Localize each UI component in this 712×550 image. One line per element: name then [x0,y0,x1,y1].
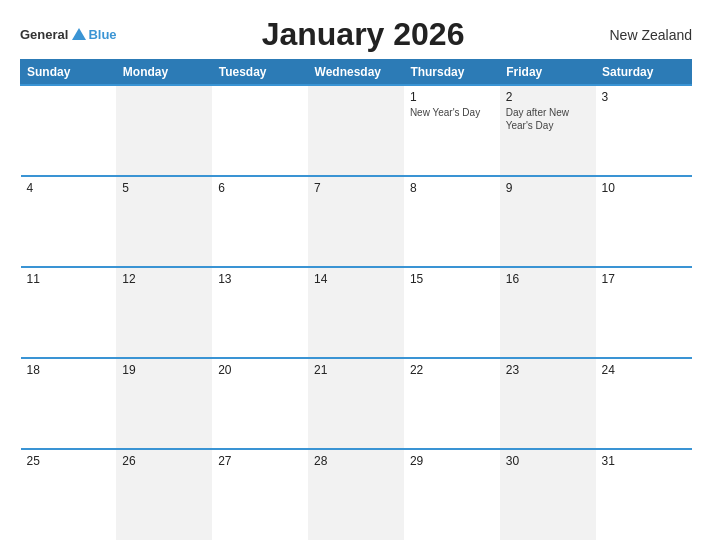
day-number: 1 [410,90,494,104]
calendar-cell: 18 [21,358,117,449]
day-number: 28 [314,454,398,468]
day-number: 21 [314,363,398,377]
day-number: 3 [602,90,686,104]
calendar-cell: 27 [212,449,308,540]
calendar-cell: 26 [116,449,212,540]
header-wednesday: Wednesday [308,60,404,86]
calendar-cell [308,85,404,176]
day-number: 13 [218,272,302,286]
calendar-cell [212,85,308,176]
calendar-cell: 5 [116,176,212,267]
calendar-cell: 24 [596,358,692,449]
calendar-cell: 14 [308,267,404,358]
calendar-cell: 1New Year's Day [404,85,500,176]
logo: General Blue [20,26,117,44]
calendar-cell: 3 [596,85,692,176]
header-sunday: Sunday [21,60,117,86]
day-number: 14 [314,272,398,286]
week-row-1: 1New Year's Day2Day after New Year's Day… [21,85,692,176]
calendar-cell: 28 [308,449,404,540]
header-thursday: Thursday [404,60,500,86]
calendar-cell [21,85,117,176]
calendar-cell: 8 [404,176,500,267]
day-number: 17 [602,272,686,286]
day-number: 6 [218,181,302,195]
day-number: 31 [602,454,686,468]
calendar-cell: 12 [116,267,212,358]
week-row-3: 11121314151617 [21,267,692,358]
svg-marker-0 [72,28,86,40]
day-number: 23 [506,363,590,377]
calendar-cell: 17 [596,267,692,358]
holiday-label: Day after New Year's Day [506,106,590,132]
day-number: 25 [27,454,111,468]
calendar-title: January 2026 [117,16,610,53]
day-number: 7 [314,181,398,195]
day-number: 5 [122,181,206,195]
calendar-cell: 10 [596,176,692,267]
calendar-cell: 2Day after New Year's Day [500,85,596,176]
logo-icon [70,26,88,44]
week-row-2: 45678910 [21,176,692,267]
logo-general-text: General [20,27,68,42]
calendar-cell: 21 [308,358,404,449]
calendar-cell: 31 [596,449,692,540]
day-number: 4 [27,181,111,195]
calendar-cell: 4 [21,176,117,267]
header-friday: Friday [500,60,596,86]
calendar-cell: 16 [500,267,596,358]
calendar-cell: 13 [212,267,308,358]
header-saturday: Saturday [596,60,692,86]
country-label: New Zealand [610,27,693,43]
calendar-cell: 23 [500,358,596,449]
calendar-cell: 15 [404,267,500,358]
day-number: 15 [410,272,494,286]
calendar-cell: 6 [212,176,308,267]
logo-blue-text: Blue [88,27,116,42]
day-number: 12 [122,272,206,286]
calendar-cell: 30 [500,449,596,540]
day-number: 24 [602,363,686,377]
calendar-cell: 20 [212,358,308,449]
week-row-5: 25262728293031 [21,449,692,540]
calendar-cell: 7 [308,176,404,267]
day-number: 2 [506,90,590,104]
calendar-table: Sunday Monday Tuesday Wednesday Thursday… [20,59,692,540]
calendar-cell: 9 [500,176,596,267]
calendar-cell: 25 [21,449,117,540]
day-number: 19 [122,363,206,377]
day-number: 30 [506,454,590,468]
calendar-cell: 19 [116,358,212,449]
day-header-row: Sunday Monday Tuesday Wednesday Thursday… [21,60,692,86]
top-bar: General Blue January 2026 New Zealand [20,16,692,53]
day-number: 11 [27,272,111,286]
day-number: 29 [410,454,494,468]
calendar-cell: 11 [21,267,117,358]
calendar-cell: 22 [404,358,500,449]
day-number: 20 [218,363,302,377]
day-number: 18 [27,363,111,377]
header-monday: Monday [116,60,212,86]
day-number: 26 [122,454,206,468]
calendar-cell [116,85,212,176]
day-number: 16 [506,272,590,286]
header-tuesday: Tuesday [212,60,308,86]
day-number: 27 [218,454,302,468]
calendar-cell: 29 [404,449,500,540]
day-number: 22 [410,363,494,377]
holiday-label: New Year's Day [410,106,494,119]
week-row-4: 18192021222324 [21,358,692,449]
day-number: 8 [410,181,494,195]
calendar-page: General Blue January 2026 New Zealand Su… [0,0,712,550]
day-number: 10 [602,181,686,195]
day-number: 9 [506,181,590,195]
